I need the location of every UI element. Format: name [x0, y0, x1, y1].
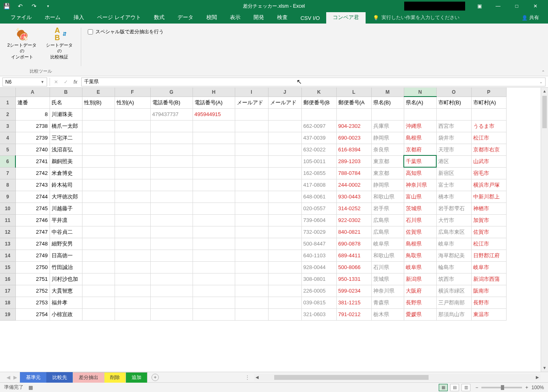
cell[interactable] — [235, 273, 268, 285]
cell[interactable]: 2740 — [15, 144, 50, 155]
cell[interactable]: 電話番号(B) — [150, 97, 193, 108]
cell[interactable] — [268, 250, 301, 261]
cell[interactable] — [150, 191, 193, 202]
cell[interactable] — [150, 120, 193, 132]
tab-数式[interactable]: 数式 — [147, 11, 171, 24]
tab-開発[interactable]: 開発 — [247, 11, 271, 24]
cell[interactable]: 三戸郡南部 — [436, 297, 471, 308]
cell[interactable]: 氏名 — [50, 97, 82, 108]
cell[interactable]: 富士市 — [436, 179, 471, 191]
tab-split-icon[interactable]: ⋮ — [245, 375, 250, 380]
cell[interactable] — [115, 250, 150, 261]
cell[interactable] — [115, 273, 150, 285]
cell[interactable]: 岩手郡雫石 — [436, 202, 471, 214]
cell[interactable] — [150, 132, 193, 144]
cell[interactable]: 新潟市西蒲 — [471, 273, 506, 285]
col-header-G[interactable]: G — [150, 88, 193, 97]
normal-view-button[interactable]: ▦ — [439, 384, 448, 391]
cell[interactable] — [115, 285, 150, 297]
cell[interactable]: 788-0784 — [336, 167, 371, 179]
cell[interactable] — [150, 155, 193, 167]
cell[interactable] — [268, 179, 301, 191]
cell[interactable]: 479437737 — [150, 108, 193, 120]
tab-ホーム[interactable]: ホーム — [38, 11, 67, 24]
cell[interactable]: 岐阜県 — [404, 261, 436, 273]
cell[interactable] — [150, 308, 193, 320]
cell[interactable] — [235, 155, 268, 167]
cell[interactable] — [235, 144, 268, 155]
cell[interactable]: 兵庫県 — [371, 120, 404, 132]
cell[interactable] — [193, 132, 235, 144]
row-header-4[interactable]: 4 — [0, 132, 15, 144]
row-header-3[interactable]: 3 — [0, 120, 15, 132]
cell[interactable]: 竹田誠治 — [50, 261, 82, 273]
formula-bar[interactable]: 千葉県 ⌄ — [81, 78, 546, 86]
cell[interactable]: 島根県 — [404, 132, 436, 144]
tab-挿入[interactable]: 挿入 — [67, 11, 91, 24]
cell[interactable]: 平井凛 — [50, 214, 82, 226]
cell[interactable] — [268, 155, 301, 167]
col-header-B[interactable]: B — [50, 88, 82, 97]
cell[interactable]: 連番 — [15, 97, 50, 108]
cell[interactable] — [115, 214, 150, 226]
cell[interactable]: 性別(A) — [115, 97, 150, 108]
zoom-in-button[interactable]: + — [525, 385, 528, 390]
cell[interactable]: 富山県 — [404, 191, 436, 202]
cell[interactable] — [471, 108, 506, 120]
cell[interactable] — [235, 191, 268, 202]
cell[interactable]: 840-0821 — [336, 226, 371, 238]
cell[interactable] — [150, 214, 193, 226]
cell[interactable]: 大阪府 — [404, 285, 436, 297]
cell[interactable]: 天理市 — [436, 144, 471, 155]
cell[interactable]: 和歌山県 — [371, 191, 404, 202]
cell[interactable]: 2748 — [15, 238, 50, 250]
expand-formula-icon[interactable]: ⌄ — [539, 80, 543, 84]
cell[interactable] — [82, 120, 115, 132]
row-header-12[interactable]: 12 — [0, 226, 15, 238]
cell[interactable] — [150, 179, 193, 191]
cell[interactable]: 中新川郡上 — [471, 191, 506, 202]
cell[interactable] — [193, 238, 235, 250]
cell[interactable]: 山武市 — [471, 155, 506, 167]
cell[interactable] — [193, 214, 235, 226]
cell[interactable]: 佐賀市 — [471, 226, 506, 238]
cell[interactable] — [82, 202, 115, 214]
row-header-19[interactable]: 19 — [0, 308, 15, 320]
vertical-scrollbar[interactable]: ▲ ▼ — [541, 88, 548, 372]
cell[interactable] — [371, 108, 404, 120]
cell[interactable] — [268, 273, 301, 285]
cell[interactable]: 東京都 — [371, 167, 404, 179]
cell[interactable] — [235, 285, 268, 297]
cell[interactable]: 海草郡紀美 — [436, 250, 471, 261]
save-icon[interactable]: 💾 — [3, 3, 10, 9]
cell[interactable] — [436, 108, 471, 120]
undo-icon[interactable]: ↶ — [17, 3, 24, 9]
col-header-I[interactable]: I — [235, 88, 268, 97]
cell[interactable] — [82, 214, 115, 226]
cell[interactable]: 筑西市 — [436, 273, 471, 285]
cell[interactable]: 橋爪一太郎 — [50, 120, 82, 132]
cell[interactable]: 高知県 — [404, 167, 436, 179]
cell[interactable] — [82, 308, 115, 320]
cell[interactable]: 495944915 — [193, 108, 235, 120]
cell[interactable] — [115, 120, 150, 132]
cell[interactable]: 小椋宣政 — [50, 308, 82, 320]
cell[interactable]: 広島市東区 — [436, 226, 471, 238]
cell[interactable] — [193, 226, 235, 238]
qat-customize-icon[interactable]: ▾ — [45, 3, 51, 9]
cell[interactable]: 904-2302 — [336, 120, 371, 132]
cell[interactable]: 米倉博史 — [50, 167, 82, 179]
cell[interactable] — [235, 261, 268, 273]
cell[interactable]: 松江市 — [471, 238, 506, 250]
cell[interactable]: 314-0252 — [336, 202, 371, 214]
cell[interactable]: 京都市右京 — [471, 144, 506, 155]
cell[interactable] — [82, 250, 115, 261]
tab-表示[interactable]: 表示 — [223, 11, 247, 24]
cell[interactable] — [82, 108, 115, 120]
cell[interactable] — [193, 285, 235, 297]
cell[interactable] — [193, 261, 235, 273]
cell[interactable] — [150, 167, 193, 179]
col-header-K[interactable]: K — [301, 88, 336, 97]
cell[interactable]: 599-0234 — [336, 285, 371, 297]
close-icon[interactable]: ✕ — [526, 0, 545, 12]
